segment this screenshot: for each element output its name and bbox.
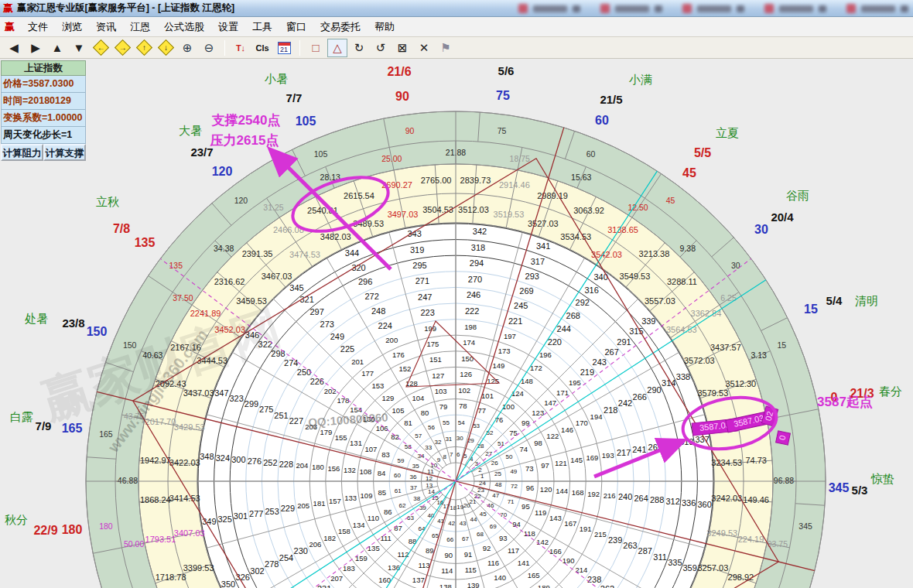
spiral-number: 114 <box>441 566 453 575</box>
pan-left-button-icon[interactable]: ← <box>91 39 111 57</box>
pan-right-button-icon[interactable]: → <box>112 39 132 57</box>
nav-left-button-icon[interactable]: ◀ <box>4 39 24 57</box>
spiral-number: 131 <box>350 439 362 447</box>
calc-resistance-button[interactable]: 计算阻力 <box>1 144 43 161</box>
menu-item-帮助[interactable]: 帮助 <box>368 18 402 36</box>
menu-item-文件[interactable]: 文件 <box>21 18 55 36</box>
t-down-button-icon[interactable]: T↓ <box>231 39 251 57</box>
spiral-number: 121 <box>555 459 567 467</box>
menu-item-江恩[interactable]: 江恩 <box>123 18 157 36</box>
spiral-number: 57 <box>415 432 422 439</box>
menu-item-交易委托[interactable]: 交易委托 <box>313 18 368 36</box>
blurred-item <box>600 2 662 15</box>
rotate-cw-button-icon[interactable]: ↻ <box>349 39 369 57</box>
spiral-number: 116 <box>487 559 499 567</box>
spiral-number: 135 <box>368 544 380 552</box>
spiral-number: 79 <box>439 402 448 411</box>
spiral-number: 238 <box>587 575 601 584</box>
spiral-number: 198 <box>464 323 477 331</box>
percent-value: 37.50 <box>173 293 193 303</box>
outer-label-谷雨: 谷雨 <box>786 189 809 202</box>
spiral-number: 77 <box>478 406 487 415</box>
spiral-number: 204 <box>296 461 308 470</box>
spiral-number: 115 <box>465 566 477 574</box>
spiral-number: 221 <box>508 316 522 326</box>
spiral-number: 315 <box>629 326 643 336</box>
spiral-number: 263 <box>623 541 637 550</box>
cls-button-icon[interactable]: Cls <box>252 39 272 57</box>
outer-label-30: 30 <box>754 223 768 236</box>
price-inner-value: 3474.53 <box>289 250 320 259</box>
rotate-ccw-button-icon[interactable]: ↺ <box>371 39 391 57</box>
spiral-number: 205 <box>297 501 309 510</box>
origin-annotation[interactable]: 3587起点 <box>817 395 873 409</box>
percent-value: 25.00 <box>381 154 402 163</box>
menu-item-浏览[interactable]: 浏览 <box>55 18 89 36</box>
pan-down-button-icon[interactable]: ↓ <box>156 39 176 57</box>
spiral-number: 31 <box>445 436 452 443</box>
spiral-number: 278 <box>265 559 279 569</box>
spiral-number: 32 <box>435 439 442 446</box>
menu-item-窗口[interactable]: 窗口 <box>279 18 313 36</box>
boxed-x-button-icon[interactable]: ⊠ <box>392 39 412 57</box>
triangle-tool-button-icon[interactable]: △ <box>327 39 347 57</box>
outer-label-45: 45 <box>682 166 696 179</box>
spiral-number: 140 <box>494 573 506 582</box>
zoom-in-button-icon[interactable]: ⊕ <box>177 39 197 57</box>
support-annotation[interactable]: 支撑2540点 <box>211 113 281 128</box>
price-outer-value: 74.73 <box>745 456 767 465</box>
spiral-number: 220 <box>548 337 562 347</box>
spiral-number: 89 <box>426 546 434 555</box>
menu-item-公式选股[interactable]: 公式选股 <box>157 18 211 36</box>
spiral-number: 150 <box>461 354 474 363</box>
spiral-number: 254 <box>279 553 293 562</box>
zoom-out-button-icon[interactable]: ⊖ <box>199 39 219 57</box>
pan-up-button-icon[interactable]: ↑ <box>134 39 154 57</box>
degree-value: 60 <box>586 149 596 159</box>
menu-item-设置[interactable]: 设置 <box>211 18 245 36</box>
spiral-number: 292 <box>576 298 590 307</box>
nav-right-button-icon[interactable]: ▶ <box>26 39 46 57</box>
spiral-number: 229 <box>281 504 295 513</box>
spiral-number: 109 <box>361 491 373 500</box>
spiral-number: 227 <box>289 416 303 426</box>
spiral-number: 230 <box>294 546 308 556</box>
center-cross-button-icon[interactable]: ✕ <box>414 39 434 57</box>
spiral-number: 245 <box>514 301 528 310</box>
spiral-number: 60 <box>394 472 401 479</box>
spiral-number: 242 <box>618 398 632 408</box>
nav-down-button-icon[interactable]: ▼ <box>69 39 89 57</box>
price-inner-value: 3429.53 <box>174 422 205 432</box>
spiral-number: 246 <box>467 290 480 299</box>
price-outer-value: 3063.92 <box>573 206 604 215</box>
calendar-button-icon[interactable]: 21 <box>274 39 294 57</box>
spiral-number: 302 <box>250 566 264 576</box>
spiral-number: 323 <box>229 394 243 403</box>
window-title: 赢家江恩专业版[赢家服务平台] - [上证指数 江恩轮] <box>17 2 234 15</box>
price-outer-value: 1718.78 <box>156 573 186 582</box>
spiral-number: 196 <box>539 350 552 359</box>
nav-up-button-icon[interactable]: ▲ <box>47 39 67 57</box>
spiral-number: 224 <box>378 321 392 330</box>
price-inner-value: 3527.03 <box>528 219 559 228</box>
outer-label-60: 60 <box>595 114 609 127</box>
price-outer-value: 2391.35 <box>242 249 273 258</box>
flag-button-icon[interactable]: ⚑ <box>436 39 456 57</box>
spiral-number: 2 <box>478 467 482 473</box>
menu-item-资讯[interactable]: 资讯 <box>89 18 123 36</box>
gann-wheel-chart[interactable]: 1234567891011121314151617181920212223242… <box>0 59 913 588</box>
spiral-number: 243 <box>593 357 607 367</box>
spiral-number: 244 <box>557 324 571 333</box>
square-tool-button-icon[interactable]: □ <box>306 39 326 57</box>
spiral-number: 201 <box>351 357 364 366</box>
spiral-number: 63 <box>407 514 414 521</box>
spiral-number: 312 <box>665 497 679 506</box>
spiral-number: 325 <box>217 514 231 524</box>
price-inner-value: 3437.03 <box>183 388 214 398</box>
spiral-number: 344 <box>345 248 359 258</box>
menu-item-工具[interactable]: 工具 <box>245 18 279 36</box>
title-bar: 赢 赢家江恩专业版[赢家服务平台] - [上证指数 江恩轮] <box>0 0 913 17</box>
price-outer-value: 2914.46 <box>499 180 530 190</box>
calc-support-button[interactable]: 计算支撑 <box>43 144 86 161</box>
pressure-annotation[interactable]: 压力2615点 <box>210 133 279 148</box>
